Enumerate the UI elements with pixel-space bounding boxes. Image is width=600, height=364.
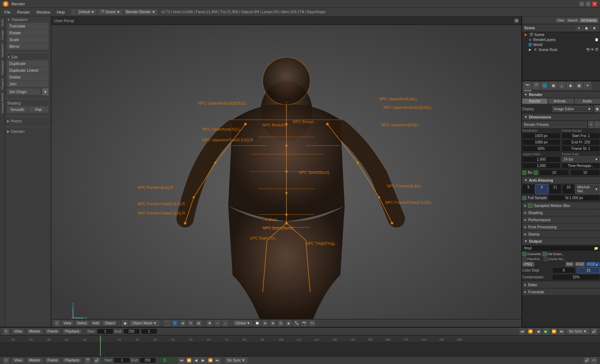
res-pct-value[interactable]: 50% [522, 146, 560, 152]
btn-flat[interactable]: Flat [28, 106, 49, 113]
tl-sync-dropdown[interactable]: No Sync ▼ [566, 329, 589, 334]
tab-grease-pencil[interactable]: Grease Pencil [0, 92, 5, 115]
outliner-filter2[interactable]: ◉ [583, 26, 590, 31]
st-next[interactable]: ⏩ [207, 357, 214, 364]
tab-tools[interactable]: Tools [0, 18, 5, 28]
status-sync-dropdown[interactable]: No Sync ▼ [225, 358, 248, 363]
render-presets-dropdown[interactable]: Render Presets [522, 122, 587, 128]
sampled-motion-blur-section[interactable]: ▶ Sampled Motion Blur [522, 202, 600, 209]
frame-st[interactable]: Frame St: 1 [562, 146, 600, 152]
tl-next-frame[interactable]: ⏩ [551, 328, 557, 335]
st-prev[interactable]: ⏪ [186, 357, 192, 364]
rpanel-search[interactable]: Search [566, 18, 579, 22]
color-rgb[interactable]: RGB [575, 262, 585, 267]
set-origin-menu[interactable]: ▼ [42, 88, 49, 95]
status-view[interactable]: View [12, 358, 24, 363]
render-tab-render[interactable]: Render [522, 98, 548, 104]
tab-physics[interactable]: Physics [0, 77, 5, 91]
color-bw[interactable]: BW [565, 262, 574, 267]
aa-val-8[interactable]: 8 [535, 184, 548, 194]
operator-header[interactable]: ▶ Operator [7, 130, 49, 133]
output-header[interactable]: ▼ Output [522, 238, 600, 244]
st-end[interactable] [140, 358, 156, 363]
tl-playback[interactable]: Playback [63, 329, 82, 334]
full-sample-cb[interactable] [522, 196, 526, 200]
outliner-filter1[interactable]: A [576, 26, 582, 31]
cache-cb[interactable] [544, 257, 548, 261]
screen-layout-dropdown[interactable]: ⬛ Default ▼ [71, 9, 97, 15]
tl-play[interactable]: ▶ [543, 328, 549, 335]
menu-help[interactable]: Help [54, 9, 68, 15]
st-jump-end[interactable]: ⏭ [214, 357, 221, 364]
renderlayers-btn[interactable]: 📋 [595, 38, 599, 41]
preset-add[interactable]: + [588, 121, 594, 128]
aspect-y[interactable]: 1.000 [522, 163, 560, 169]
vbb-icon10[interactable]: ◈ [285, 320, 292, 327]
end-fr[interactable]: End Fr: 250 [562, 139, 600, 145]
root-eye[interactable]: 👁 [591, 48, 594, 51]
tl-audio-icon[interactable]: 🔊 [591, 328, 597, 335]
render-tab-audio[interactable]: Audio [575, 98, 600, 104]
vbb-icon3[interactable]: ⊕ [180, 320, 186, 327]
time-val1[interactable]: 10 [539, 170, 569, 176]
format-png[interactable]: PNG [522, 262, 534, 267]
history-header[interactable]: ▶ History [7, 119, 49, 123]
rpanel-view[interactable]: View [556, 18, 565, 22]
root-render[interactable]: 🎬 [595, 48, 599, 51]
vbb-icon13[interactable]: 🎮 [309, 320, 315, 327]
aa-val-11[interactable]: 11 [549, 184, 561, 194]
tab-animation[interactable]: Animation [0, 59, 5, 76]
vbb-manip3[interactable]: ↕ [222, 320, 229, 327]
vbb-icon2[interactable]: 🔵 [172, 320, 178, 327]
time-val2[interactable]: 10 [570, 170, 600, 176]
tl-frame[interactable]: Frame [45, 329, 60, 334]
st-frame[interactable] [157, 358, 173, 363]
engine-dropdown[interactable]: Blender Render ▼ [124, 9, 158, 15]
viewport-toggle[interactable]: ◀ [514, 19, 519, 23]
status-play-icon[interactable]: 🎬 [84, 357, 91, 364]
prop-icon-material[interactable]: ◉ [566, 81, 574, 89]
shading-subsection[interactable]: ▶ Shading [522, 209, 600, 216]
output-path-field[interactable]: /tmp\ 📁 [522, 245, 600, 251]
menu-window[interactable]: Window [34, 9, 53, 15]
rpanel-all-scenes[interactable]: All Scenes [580, 18, 598, 22]
scene-dropdown[interactable]: 🎬 Scene ▼ [98, 9, 122, 15]
performance-section[interactable]: ▶ Performance [522, 217, 600, 223]
vbb-icon12[interactable]: 📷 [301, 320, 308, 327]
si-value[interactable]: Si:1.000 px [548, 195, 600, 201]
outliner-filter3[interactable]: ⊛ [591, 26, 598, 31]
aa-header[interactable]: ▼ Anti-Aliasing [522, 177, 600, 183]
vbb-icon7[interactable]: ⊛ [262, 320, 268, 327]
prop-icon-particles[interactable]: ✦ [584, 81, 591, 89]
aa-val-16[interactable]: 16 [562, 184, 575, 194]
vbb-mode-icon[interactable]: ⬡ [54, 320, 60, 327]
color-rgba[interactable]: RGB▲ [586, 262, 600, 267]
res-x-value[interactable]: 1920 px [522, 133, 560, 139]
aa-filter-dropdown[interactable]: Mitchell-Net... ▼ [575, 184, 600, 194]
vbb-mode-dropdown[interactable]: Object Mode ▼ [130, 320, 159, 326]
vbb-icon4[interactable]: ↻ [188, 320, 194, 327]
aspect-x[interactable]: 1.000 [522, 156, 560, 162]
minimize-button[interactable]: ─ [579, 1, 584, 6]
post-processing-section[interactable]: ▶ Post Processing [522, 224, 600, 230]
status-marker[interactable]: Marker [27, 358, 42, 363]
tl-marker[interactable]: Marker [27, 329, 42, 334]
vbb-icon6[interactable]: 🔲 [254, 320, 260, 327]
btn-smooth[interactable]: Smooth [7, 106, 28, 113]
st-jump-start[interactable]: ⏮ [179, 357, 185, 364]
tree-item-root[interactable]: ▶ ⚙ Scene Root 📷 👁 🎬 [522, 47, 600, 52]
tree-item-scene[interactable]: ▶ 🎬 Scene [522, 32, 600, 37]
dimensions-header[interactable]: ▼ Dimensions [522, 114, 600, 120]
status-r1[interactable]: 🔊 [584, 357, 590, 364]
status-playback[interactable]: Playback [63, 358, 82, 363]
frame-input[interactable] [141, 329, 157, 334]
st-play[interactable]: ▶ [200, 357, 206, 364]
aa-val-5[interactable]: 5 [522, 184, 535, 194]
vbb-select[interactable]: Select [75, 321, 89, 325]
display-dropdown[interactable]: Image Editor ▼ [552, 106, 593, 112]
menu-file[interactable]: File [1, 9, 14, 15]
tl-view[interactable]: View [12, 329, 24, 334]
root-camera[interactable]: 📷 [586, 48, 590, 51]
tl-jump-end[interactable]: ⏭ [559, 328, 565, 335]
tab-create[interactable]: Create [0, 29, 5, 41]
